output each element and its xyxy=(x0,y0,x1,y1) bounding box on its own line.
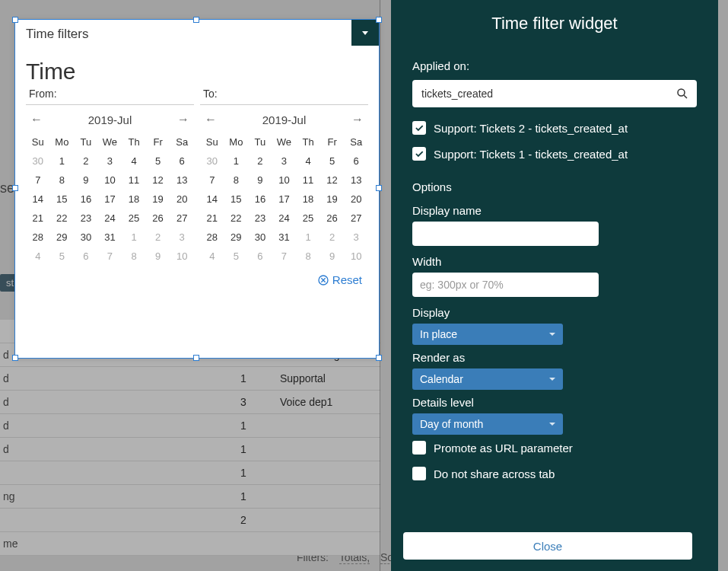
calendar-day[interactable]: 16 xyxy=(248,190,272,209)
calendar-day[interactable]: 20 xyxy=(170,190,194,209)
calendar-day[interactable]: 4 xyxy=(26,247,50,266)
prev-month-button[interactable]: ← xyxy=(27,113,46,126)
resize-handle[interactable] xyxy=(12,17,18,23)
calendar-day[interactable]: 9 xyxy=(248,171,272,190)
calendar-day[interactable]: 25 xyxy=(296,209,320,228)
calendar-day[interactable]: 27 xyxy=(170,209,194,228)
resize-handle[interactable] xyxy=(193,355,199,361)
calendar-day[interactable]: 7 xyxy=(200,171,224,190)
calendar-day[interactable]: 3 xyxy=(272,152,297,171)
checkbox[interactable] xyxy=(412,467,426,480)
calendar-day[interactable]: 6 xyxy=(248,247,272,266)
calendar-day[interactable]: 3 xyxy=(98,152,122,171)
calendar-day[interactable]: 9 xyxy=(320,247,345,266)
promote-url-checkbox-row[interactable]: Promote as URL parameter xyxy=(412,441,697,455)
calendar-day[interactable]: 10 xyxy=(98,171,122,190)
calendar-day[interactable]: 8 xyxy=(296,247,320,266)
applied-on-search-input[interactable] xyxy=(412,80,697,107)
calendar-day[interactable]: 14 xyxy=(200,190,224,209)
calendar-day[interactable]: 26 xyxy=(320,209,345,228)
resize-handle[interactable] xyxy=(193,17,199,23)
calendar-day[interactable]: 7 xyxy=(98,247,122,266)
filter-checkbox-row[interactable]: Support: Tickets 1 - tickets_created_at xyxy=(412,147,697,161)
calendar-day[interactable]: 15 xyxy=(50,190,75,209)
calendar-day[interactable]: 15 xyxy=(224,190,249,209)
calendar-day[interactable]: 17 xyxy=(272,190,297,209)
calendar-day[interactable]: 13 xyxy=(344,171,368,190)
calendar-day[interactable]: 10 xyxy=(344,247,368,266)
calendar-day[interactable]: 30 xyxy=(200,152,224,171)
calendar-day[interactable]: 9 xyxy=(74,171,98,190)
calendar-day[interactable]: 29 xyxy=(50,228,75,247)
calendar-day[interactable]: 8 xyxy=(224,171,249,190)
calendar-day[interactable]: 18 xyxy=(122,190,146,209)
calendar-day[interactable]: 4 xyxy=(122,152,146,171)
calendar-day[interactable]: 20 xyxy=(344,190,368,209)
checkbox[interactable] xyxy=(412,147,426,161)
calendar-day[interactable]: 24 xyxy=(98,209,122,228)
calendar-day[interactable]: 1 xyxy=(296,228,320,247)
calendar-day[interactable]: 2 xyxy=(74,152,98,171)
calendar-day[interactable]: 4 xyxy=(296,152,320,171)
calendar-day[interactable]: 30 xyxy=(248,228,272,247)
close-button[interactable]: Close xyxy=(403,532,692,560)
resize-handle[interactable] xyxy=(12,355,18,361)
calendar-day[interactable]: 5 xyxy=(146,152,170,171)
display-mode-select[interactable]: In place xyxy=(412,324,563,345)
resize-handle[interactable] xyxy=(12,185,18,191)
calendar-day[interactable]: 1 xyxy=(50,152,75,171)
calendar-day[interactable]: 3 xyxy=(344,228,368,247)
calendar-day[interactable]: 6 xyxy=(344,152,368,171)
calendar-day[interactable]: 25 xyxy=(122,209,146,228)
calendar-day[interactable]: 19 xyxy=(320,190,345,209)
calendar-day[interactable]: 10 xyxy=(272,171,297,190)
calendar-day[interactable]: 9 xyxy=(146,247,170,266)
calendar-day[interactable]: 11 xyxy=(296,171,320,190)
calendar-day[interactable]: 1 xyxy=(122,228,146,247)
calendar-day[interactable]: 1 xyxy=(224,152,249,171)
calendar-day[interactable]: 7 xyxy=(272,247,297,266)
calendar-day[interactable]: 30 xyxy=(26,152,50,171)
details-level-select[interactable]: Day of month xyxy=(412,413,563,435)
calendar-day[interactable]: 11 xyxy=(122,171,146,190)
calendar-day[interactable]: 7 xyxy=(26,171,50,190)
next-month-button[interactable]: → xyxy=(348,113,367,126)
calendar-day[interactable]: 2 xyxy=(146,228,170,247)
calendar-day[interactable]: 4 xyxy=(200,247,224,266)
calendar-day[interactable]: 21 xyxy=(200,209,224,228)
calendar-day[interactable]: 14 xyxy=(26,190,50,209)
calendar-day[interactable]: 6 xyxy=(170,152,194,171)
resize-handle[interactable] xyxy=(376,355,382,361)
calendar-day[interactable]: 31 xyxy=(272,228,297,247)
calendar-day[interactable]: 28 xyxy=(200,228,224,247)
calendar-day[interactable]: 12 xyxy=(146,171,170,190)
calendar-day[interactable]: 31 xyxy=(98,228,122,247)
render-as-select[interactable]: Calendar xyxy=(412,368,563,390)
filter-checkbox-row[interactable]: Support: Tickets 2 - tickets_created_at xyxy=(412,121,697,135)
calendar-day[interactable]: 16 xyxy=(74,190,98,209)
prev-month-button[interactable]: ← xyxy=(202,113,220,126)
calendar-day[interactable]: 8 xyxy=(122,247,146,266)
resize-handle[interactable] xyxy=(376,185,382,191)
calendar-day[interactable]: 17 xyxy=(98,190,122,209)
calendar-day[interactable]: 2 xyxy=(320,228,345,247)
calendar-day[interactable]: 30 xyxy=(74,228,98,247)
calendar-day[interactable]: 19 xyxy=(146,190,170,209)
width-input[interactable] xyxy=(412,273,599,297)
checkbox[interactable] xyxy=(412,441,426,455)
calendar-day[interactable]: 29 xyxy=(224,228,249,247)
calendar-day[interactable]: 22 xyxy=(224,209,249,228)
calendar-day[interactable]: 26 xyxy=(146,209,170,228)
calendar-day[interactable]: 28 xyxy=(26,228,50,247)
calendar-day[interactable]: 5 xyxy=(50,247,75,266)
reset-button[interactable]: Reset xyxy=(15,266,379,286)
calendar-day[interactable]: 21 xyxy=(26,209,50,228)
resize-handle[interactable] xyxy=(376,17,382,23)
calendar-day[interactable]: 5 xyxy=(320,152,345,171)
month-label[interactable]: 2019-Jul xyxy=(262,113,307,126)
calendar-day[interactable]: 18 xyxy=(296,190,320,209)
calendar-day[interactable]: 3 xyxy=(170,228,194,247)
widget-menu-button[interactable] xyxy=(351,20,379,46)
calendar-day[interactable]: 10 xyxy=(170,247,194,266)
calendar-day[interactable]: 5 xyxy=(224,247,249,266)
